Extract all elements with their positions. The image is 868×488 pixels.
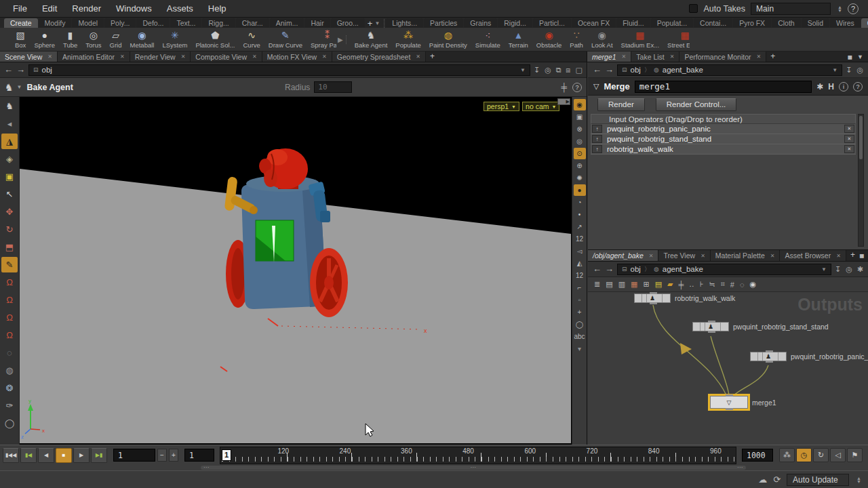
new-pane-tab-icon[interactable]: + — [766, 52, 779, 62]
shelf-tab[interactable]: Rigg... — [202, 18, 235, 28]
pane-tab[interactable]: Render View ✕ — [130, 52, 191, 62]
net-color-palette-icon[interactable]: ▦ — [631, 280, 637, 289]
frame-increment-button[interactable]: + — [169, 449, 178, 462]
close-tab-icon[interactable]: ✕ — [416, 54, 420, 60]
viewport-3d[interactable]: x y x z — [20, 97, 572, 445]
timeline-ruler[interactable]: 120240360480600720840960 1 — [220, 447, 736, 464]
pane-tab[interactable]: Animation Editor ✕ — [58, 52, 130, 62]
net-gallery-icon[interactable]: ▰ — [667, 280, 673, 289]
tool-simulate[interactable]: ⁖ Simulate — [471, 30, 505, 49]
shelf-tab[interactable]: Cloth — [772, 18, 801, 28]
shelf-tab[interactable]: Hair — [304, 18, 330, 28]
tool-sphere[interactable]: ● Sphere — [30, 30, 59, 49]
annotate-tool-icon[interactable]: ✑ — [1, 398, 18, 413]
chevron-down-icon[interactable]: ▼ — [520, 67, 526, 73]
help-icon[interactable]: ? — [853, 82, 863, 92]
frame-start-input[interactable]: 1 — [113, 449, 155, 462]
pane-tab[interactable]: Performance Monitor ✕ — [679, 52, 766, 62]
tool-metaball[interactable]: ◉ Metaball — [126, 30, 159, 49]
forward-arrow-icon[interactable]: → — [16, 65, 25, 75]
forward-arrow-icon[interactable]: → — [605, 65, 614, 75]
maximize-pane-icon[interactable]: ◼ — [848, 54, 852, 60]
close-tab-icon[interactable]: ✕ — [47, 54, 52, 60]
net-grid-icon[interactable]: # — [730, 281, 734, 289]
construction-plane-icon[interactable]: ◌ — [1, 345, 18, 361]
menu-item[interactable]: Windows — [108, 3, 159, 14]
pane-tab[interactable]: Scene View ✕ — [0, 52, 58, 62]
vertex-markers-icon[interactable]: ◅ — [574, 245, 586, 257]
shelf-menu-caret-icon[interactable]: ▼ — [374, 19, 380, 28]
frame-decrement-button[interactable]: − — [157, 449, 167, 462]
pane-tab[interactable]: Take List ✕ — [631, 52, 679, 62]
operator-row[interactable]: ↑ pwquint_robotrig_panic_panic ✕ — [591, 124, 856, 134]
chevron-down-icon[interactable]: ▼ — [821, 266, 827, 272]
tool-bake-agent[interactable]: ♞ Bake Agent — [351, 30, 392, 49]
show-points-icon[interactable]: • — [574, 209, 586, 220]
headlight-only-icon[interactable]: ⊕ — [574, 160, 586, 171]
net-align-icon[interactable]: ⊦ — [700, 280, 704, 289]
take-selector[interactable]: Main — [751, 3, 831, 15]
current-tool-bake-agent-icon[interactable]: ♞ — [1, 98, 18, 114]
text-overlay-icon[interactable]: abc — [574, 331, 586, 342]
prim-numbers-icon[interactable]: 12 — [574, 270, 586, 281]
camera-select-menu[interactable]: no cam▼ — [522, 102, 559, 111]
shelf-tab[interactable]: Anim... — [270, 18, 304, 28]
secure-selection-icon[interactable]: ◮ — [1, 134, 18, 149]
tool-terrain[interactable]: ▲ Terrain — [505, 30, 532, 49]
help-icon[interactable]: ? — [848, 3, 859, 14]
remove-operator-icon[interactable]: ✕ — [844, 125, 854, 133]
pane-tab[interactable]: /obj/agent_bake ✕ — [588, 250, 658, 261]
view-link-icon[interactable]: ⧉ — [556, 66, 561, 75]
pane-menu-caret-icon[interactable]: ▼ — [857, 54, 863, 60]
pane-tab[interactable]: Composite View ✕ — [191, 52, 262, 62]
net-tree-mode-icon[interactable]: ≣ — [594, 280, 600, 289]
pin-icon[interactable]: ↧ — [534, 66, 540, 75]
point-numbers-icon[interactable]: 12 — [574, 233, 586, 245]
play-reverse-button[interactable]: ◀ — [38, 448, 54, 463]
shelf-tab[interactable]: Model — [72, 18, 104, 28]
shelf-tab[interactable]: Modify — [39, 18, 72, 28]
node-breadcrumb[interactable]: ⊟ obj 〉 ◍ agent_bake ▼ — [617, 264, 831, 275]
render-button[interactable]: Render — [597, 98, 645, 111]
frame-end-input[interactable]: 1000 — [742, 449, 773, 462]
disable-lighting-icon[interactable]: ⊗ — [574, 123, 586, 135]
menu-item[interactable]: Help — [201, 3, 234, 14]
translate-tool-icon[interactable]: ✥ — [1, 204, 18, 220]
update-refresh-icon[interactable]: ⟳ — [773, 474, 781, 485]
pane-tab[interactable]: Geometry Spreadsheet ✕ — [332, 52, 426, 62]
auto-takes-checkbox[interactable] — [689, 4, 698, 13]
chevron-down-icon[interactable]: ▼ — [832, 67, 837, 73]
auto-update-spinner-icon[interactable]: ▲▼ — [856, 476, 861, 483]
current-frame-marker[interactable]: 1 — [222, 449, 231, 461]
tool-path[interactable]: ∵ Path — [566, 30, 587, 49]
auto-update-selector[interactable]: Auto Update — [787, 474, 849, 486]
back-arrow-icon[interactable]: ← — [593, 65, 601, 75]
tool-box[interactable]: ▧ Box — [11, 30, 30, 49]
operator-row[interactable]: ↑ pwquint_robotrig_stand_stand ✕ — [591, 134, 856, 144]
tool-spray-paint[interactable]: ⁑ Spray Paint — [307, 30, 336, 49]
realtime-toggle-icon[interactable]: ◷ — [796, 448, 812, 462]
stow-box-icon[interactable]: ▢ — [576, 66, 583, 75]
net-snap-grid-icon[interactable]: ⌗ — [721, 280, 725, 289]
shelf-tab[interactable]: Poly... — [104, 18, 136, 28]
prev-keyframe-button[interactable]: ▮◀ — [20, 448, 37, 463]
shelf-tab[interactable]: Populat... — [651, 18, 693, 28]
tool-lsystem[interactable]: ✳ LSystem — [158, 30, 191, 49]
snap-primitive-icon[interactable]: Ω — [1, 310, 18, 325]
pane-tab[interactable]: Motion FX View ✕ — [262, 52, 332, 62]
shelf-tab[interactable]: Create — [4, 18, 38, 28]
shelf-tab[interactable]: Groo... — [331, 18, 365, 28]
display-options-icon[interactable]: ◔ — [574, 197, 586, 208]
current-frame-input[interactable]: 1 — [184, 449, 214, 462]
shelf-tab[interactable]: Particles — [424, 18, 463, 28]
range-end-grip[interactable]: ⋯ — [737, 466, 743, 469]
close-tab-icon[interactable]: ✕ — [836, 253, 841, 259]
visibility-eye-icon[interactable]: ◉ — [574, 99, 586, 110]
shelf-tab[interactable]: Char... — [236, 18, 269, 28]
stowbar-icon[interactable]: ▶ — [557, 98, 570, 105]
operator-row[interactable]: ↑ robotrig_walk_walk ✕ — [591, 144, 856, 155]
new-pane-tab-icon[interactable]: + — [846, 250, 859, 261]
reorder-arrow-icon[interactable]: ↑ — [592, 145, 602, 153]
back-arrow-icon[interactable]: ← — [593, 264, 601, 274]
snap-multi-icon[interactable]: Ω — [1, 292, 18, 308]
